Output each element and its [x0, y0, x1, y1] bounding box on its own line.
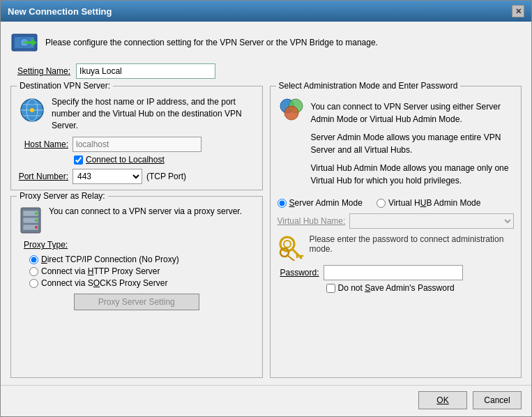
server-admin-radio[interactable] — [278, 199, 287, 208]
password-row: Password: — [278, 265, 515, 280]
right-column: Select Administration Mode and Enter Pas… — [270, 86, 522, 378]
close-button[interactable]: ✕ — [512, 5, 524, 17]
host-input[interactable] — [73, 137, 202, 152]
proxy-server-group: Proxy Server as Relay: You can co — [10, 196, 263, 378]
vhub-admin-label: Virtual HUB Admin Mode — [388, 198, 481, 208]
proxy-socks-row: Connect via SOCKS Proxy Server — [29, 278, 255, 288]
host-row: Host Name: — [18, 137, 255, 152]
cancel-button[interactable]: Cancel — [473, 391, 522, 409]
admin-mode-title: Select Administration Mode and Enter Pas… — [276, 81, 461, 91]
password-inner: Please enter the password to connect adm… — [278, 234, 515, 261]
svg-point-18 — [35, 219, 38, 222]
svg-rect-4 — [17, 50, 31, 51]
svg-point-19 — [35, 226, 38, 229]
svg-point-24 — [284, 241, 291, 248]
dialog-body: Please configure the connection setting … — [1, 22, 531, 385]
save-admin-password-label: Do not Save Admin's Password — [338, 283, 455, 293]
proxy-socks-radio[interactable] — [29, 279, 38, 288]
destination-vpn-group: Destination VPN Server: Specify the host… — [10, 86, 263, 190]
port-row: Port Number: 443 992 8888 (TCP Port) — [18, 169, 255, 184]
port-note: (TCP Port) — [146, 172, 186, 181]
destination-vpn-title: Destination VPN Server: — [17, 81, 113, 91]
header-text: Please configure the connection setting … — [45, 38, 378, 47]
vpn-icon — [10, 29, 38, 56]
destination-icon — [18, 96, 46, 124]
destination-desc: Specify the host name or IP address, and… — [52, 96, 255, 131]
proxy-socks-label: Connect via SOCKS Proxy Server — [41, 278, 167, 288]
setting-name-row: Setting Name: — [17, 63, 522, 79]
new-connection-dialog: New Connection Setting ✕ Please configur… — [0, 0, 532, 417]
vhub-admin-radio[interactable] — [377, 199, 386, 208]
vhub-label: Virtual Hub Name: — [278, 216, 346, 226]
dialog-title: New Connection Setting — [8, 6, 112, 17]
connect-localhost-checkbox[interactable] — [74, 156, 83, 165]
setting-name-input[interactable] — [76, 63, 215, 79]
keys-icon — [278, 234, 304, 261]
admin-mode-group: Select Administration Mode and Enter Pas… — [270, 86, 522, 378]
save-admin-password-checkbox[interactable] — [326, 284, 335, 293]
proxy-inner: You can connect to a VPN server via a pr… — [18, 206, 255, 234]
proxy-server-title: Proxy Server as Relay: — [17, 191, 108, 201]
port-select[interactable]: 443 992 8888 — [73, 169, 142, 184]
proxy-setting-button[interactable]: Proxy Server Setting — [74, 294, 199, 310]
port-label: Port Number: — [18, 172, 68, 181]
save-password-row: Do not Save Admin's Password — [326, 283, 515, 293]
admin-desc: You can connect to VPN Server using eith… — [311, 100, 515, 192]
password-input[interactable] — [324, 265, 463, 280]
svg-point-22 — [284, 106, 298, 120]
admin-desc3: Virtual Hub Admin Mode allows you manage… — [311, 162, 515, 187]
setting-name-label: Setting Name: — [17, 66, 70, 76]
proxy-server-icon — [18, 206, 43, 234]
svg-point-12 — [30, 108, 34, 112]
cancel-label: Cancel — [484, 395, 510, 405]
admin-desc2: Server Admin Mode allows you manage enti… — [311, 131, 515, 156]
ok-button[interactable]: OK — [418, 391, 467, 409]
two-column: Destination VPN Server: Specify the host… — [10, 86, 522, 378]
host-label: Host Name: — [18, 139, 68, 149]
svg-line-29 — [287, 255, 294, 261]
proxy-direct-radio[interactable] — [29, 255, 38, 264]
proxy-http-row: Connect via HTTP Proxy Server — [29, 266, 255, 276]
vhub-select[interactable] — [349, 213, 514, 229]
svg-rect-6 — [24, 41, 33, 44]
server-admin-mode-row: Server Admin Mode — [278, 198, 363, 208]
proxy-http-radio[interactable] — [29, 267, 38, 276]
proxy-direct-label: Direct TCP/IP Connection (No Proxy) — [41, 255, 179, 264]
proxy-http-label: Connect via HTTP Proxy Server — [41, 266, 160, 276]
server-admin-label: Server Admin Mode — [289, 198, 363, 208]
proxy-type-section: Proxy Type: Direct TCP/IP Connection (No… — [18, 240, 255, 288]
admin-desc1: You can connect to VPN Server using eith… — [311, 100, 515, 126]
dest-inner: Specify the host name or IP address, and… — [18, 96, 255, 131]
localhost-checkbox-row: Connect to Localhost — [74, 155, 255, 165]
vhub-admin-mode-row: Virtual HUB Admin Mode — [377, 198, 481, 208]
admin-mode-row: Server Admin Mode Virtual HUB Admin Mode — [278, 198, 515, 208]
proxy-type-label: Proxy Type: — [24, 240, 68, 250]
svg-point-17 — [35, 212, 38, 215]
password-hint: Please enter the password to connect adm… — [310, 234, 515, 254]
password-label: Password: — [278, 268, 319, 278]
password-section: Please enter the password to connect adm… — [278, 234, 515, 293]
proxy-desc: You can connect to a VPN server via a pr… — [49, 206, 242, 216]
admin-icon — [278, 96, 305, 124]
left-column: Destination VPN Server: Specify the host… — [10, 86, 263, 378]
bottom-buttons: OK Cancel — [1, 385, 531, 416]
vhub-row: Virtual Hub Name: — [278, 213, 515, 229]
title-bar: New Connection Setting ✕ — [1, 1, 531, 22]
ok-label: OK — [436, 395, 448, 405]
header-row: Please configure the connection setting … — [10, 29, 522, 56]
proxy-direct-row: Direct TCP/IP Connection (No Proxy) — [29, 255, 255, 264]
connect-localhost-label[interactable]: Connect to Localhost — [86, 155, 165, 165]
